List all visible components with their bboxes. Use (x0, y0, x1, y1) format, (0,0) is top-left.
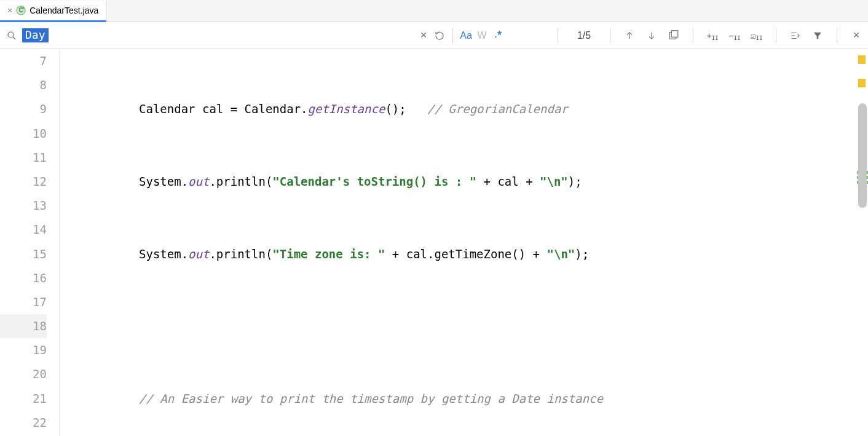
line-number: 13 (0, 194, 47, 218)
match-case-toggle[interactable]: Aa (459, 29, 473, 42)
editor-tab-bar: × C CalendarTest.java (0, 0, 868, 22)
line-number: 22 (0, 411, 47, 435)
line-number: 9 (0, 97, 47, 121)
code-editor[interactable]: 7 8 9 10 11 12 13 14 15 16 17 18 19 20 2… (0, 49, 868, 436)
scrollbar-thumb[interactable] (858, 103, 867, 208)
close-tab-icon[interactable]: × (7, 6, 12, 15)
line-number: 15 (0, 242, 47, 266)
file-tab[interactable]: × C CalendarTest.java (0, 1, 106, 22)
remove-selection-icon[interactable]: −II (728, 29, 741, 42)
prev-match-icon[interactable] (623, 29, 636, 42)
search-icon (5, 29, 18, 42)
filter-icon[interactable] (811, 29, 824, 42)
svg-point-2 (8, 32, 14, 38)
line-number: 16 (0, 266, 47, 290)
code-line (60, 314, 868, 338)
line-number: 7 (0, 49, 47, 73)
separator (693, 28, 693, 43)
code-line: Calendar cal = Calendar.getInstance(); /… (60, 97, 868, 121)
marker-stripe[interactable] (853, 49, 868, 436)
select-all-occurrences-icon[interactable] (667, 29, 681, 42)
separator (776, 28, 776, 43)
tab-filename: CalendarTest.java (30, 6, 98, 15)
code-line: // An Easier way to print the timestamp … (60, 387, 868, 411)
separator (610, 28, 610, 43)
close-find-bar-icon[interactable]: × (850, 29, 863, 42)
select-all-icon[interactable]: ☑II (750, 29, 763, 42)
line-number: 8 (0, 73, 47, 97)
next-match-icon[interactable] (645, 29, 658, 42)
separator (452, 28, 453, 43)
warning-marker[interactable] (858, 55, 866, 64)
find-input[interactable] (21, 26, 414, 44)
warning-marker[interactable] (858, 79, 866, 87)
add-selection-icon[interactable]: +II (706, 29, 719, 42)
line-number: 11 (0, 146, 47, 170)
java-class-icon: C (16, 6, 26, 15)
code-line: System.out.println("Time zone is: " + ca… (60, 242, 868, 266)
line-number: 18 (0, 314, 47, 338)
separator (837, 28, 837, 43)
line-number: 17 (0, 290, 47, 314)
line-number: 12 (0, 170, 47, 194)
line-number: 10 (0, 122, 47, 146)
clear-search-icon[interactable]: × (417, 29, 430, 42)
whole-word-toggle[interactable]: W (475, 29, 489, 42)
find-query-selection: Day (22, 28, 49, 42)
code-line: System.out.println("Calendar's toString(… (60, 170, 868, 194)
svg-rect-7 (671, 30, 678, 37)
find-bar: Day × Aa W .* 1/5 +II −II ☑II × (0, 22, 868, 49)
find-input-wrap[interactable]: Day (21, 26, 414, 45)
svg-line-3 (13, 37, 15, 39)
match-count: 1/5 (570, 30, 598, 41)
line-number: 21 (0, 387, 47, 411)
line-number: 19 (0, 338, 47, 362)
regex-toggle[interactable]: .* (491, 29, 505, 42)
line-number: 20 (0, 362, 47, 386)
search-history-icon[interactable] (433, 29, 446, 42)
line-number-gutter: 7 8 9 10 11 12 13 14 15 16 17 18 19 20 2… (0, 49, 59, 436)
code-area[interactable]: Calendar cal = Calendar.getInstance(); /… (60, 49, 868, 436)
filter-lines-icon[interactable] (789, 29, 802, 42)
line-number: 14 (0, 218, 47, 242)
separator (558, 28, 558, 43)
